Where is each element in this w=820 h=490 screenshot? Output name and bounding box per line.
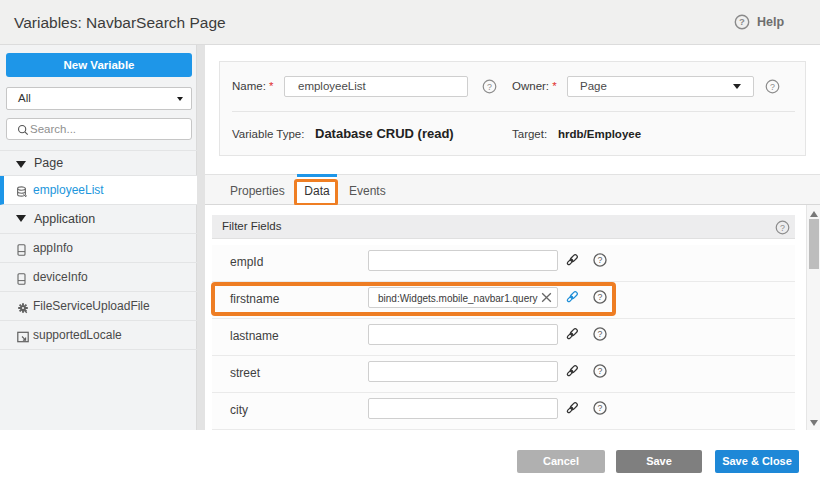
svg-text:?: ? <box>780 223 785 233</box>
svg-text:?: ? <box>598 255 603 265</box>
svg-text:?: ? <box>487 82 492 92</box>
svg-text:?: ? <box>598 329 603 339</box>
svg-text:?: ? <box>770 82 775 92</box>
svg-text:?: ? <box>598 403 603 413</box>
svg-text:?: ? <box>739 16 745 27</box>
svg-text:?: ? <box>598 366 603 376</box>
